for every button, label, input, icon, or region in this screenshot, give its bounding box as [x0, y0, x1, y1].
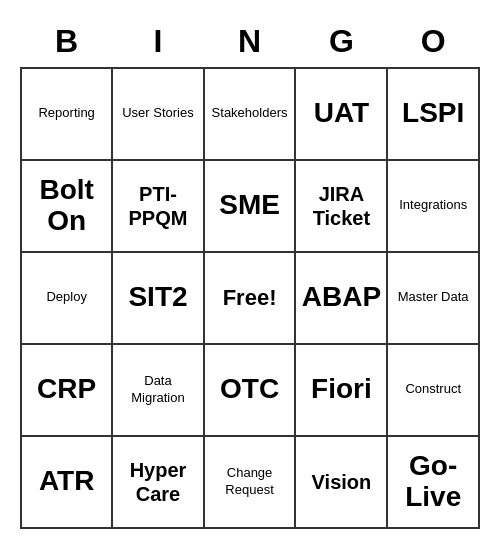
header-b: B — [21, 16, 112, 68]
header-o: O — [387, 16, 479, 68]
header-n: N — [204, 16, 296, 68]
bingo-cell: SME — [204, 160, 296, 252]
bingo-cell: Master Data — [387, 252, 479, 344]
bingo-cell: Construct — [387, 344, 479, 436]
bingo-cell: PTI-PPQM — [112, 160, 203, 252]
bingo-cell: OTC — [204, 344, 296, 436]
header-i: I — [112, 16, 203, 68]
bingo-cell: User Stories — [112, 68, 203, 160]
bingo-cell: CRP — [21, 344, 112, 436]
bingo-cell: Data Migration — [112, 344, 203, 436]
bingo-cell: Fiori — [295, 344, 387, 436]
bingo-cell: Hyper Care — [112, 436, 203, 528]
bingo-cell: ATR — [21, 436, 112, 528]
bingo-cell: Go-Live — [387, 436, 479, 528]
header-g: G — [295, 16, 387, 68]
bingo-cell: Reporting — [21, 68, 112, 160]
bingo-cell: ABAP — [295, 252, 387, 344]
bingo-cell: UAT — [295, 68, 387, 160]
bingo-cell: Integrations — [387, 160, 479, 252]
bingo-cell: Stakeholders — [204, 68, 296, 160]
bingo-cell: Vision — [295, 436, 387, 528]
bingo-cell: Change Request — [204, 436, 296, 528]
bingo-cell: SIT2 — [112, 252, 203, 344]
bingo-cell: JIRA Ticket — [295, 160, 387, 252]
bingo-cell: Free! — [204, 252, 296, 344]
bingo-cell: Bolt On — [21, 160, 112, 252]
bingo-card: B I N G O ReportingUser StoriesStakehold… — [20, 16, 480, 529]
bingo-cell: LSPI — [387, 68, 479, 160]
bingo-cell: Deploy — [21, 252, 112, 344]
